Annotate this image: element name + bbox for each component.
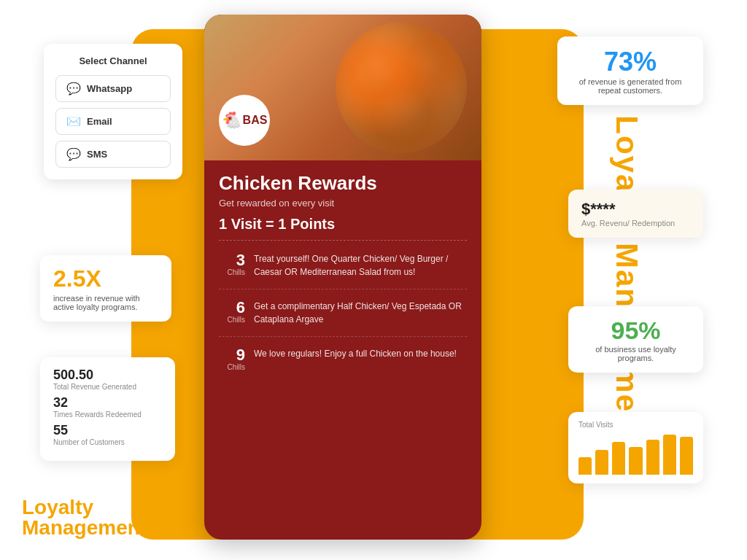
chart-bar (595, 450, 608, 475)
sms-label: SMS (87, 149, 107, 160)
reward-item-1: 3 Chills Treat yourself! One Quarter Chi… (219, 252, 467, 289)
stat-73-description: of revenue is generated from repeat cust… (570, 77, 690, 95)
rewards-redeemed-value: 32 (53, 395, 162, 411)
chart-bar (663, 435, 676, 475)
card-title: Chicken Rewards (219, 172, 467, 195)
chart-bar (578, 457, 592, 475)
stat-95-value: 95% (581, 316, 690, 345)
channel-widget: Select Channel 💬 Whatsapp ✉️ Email 💬 SMS (44, 44, 182, 179)
chart-bar (646, 440, 659, 475)
rewards-redeemed-label: Times Rewards Redeemed (53, 411, 162, 419)
email-button[interactable]: ✉️ Email (55, 108, 171, 135)
chills-badge-1: 3 Chills (219, 252, 245, 279)
email-icon: ✉️ (66, 114, 81, 128)
reward-text-1: Treat yourself! One Quarter Chicken/ Veg… (254, 252, 467, 279)
email-label: Email (87, 116, 112, 127)
stat-73-card: 73% of revenue is generated from repeat … (557, 36, 703, 105)
card-body: Chicken Rewards Get rewarded on every vi… (204, 160, 481, 403)
bottom-loyalty-title: Loyalty Management (22, 497, 147, 538)
whatsapp-label: Whatsapp (87, 83, 132, 94)
rewards-redeemed-line: 32 Times Rewards Redeemed (53, 395, 162, 419)
reward-item-2: 6 Chills Get a complimentary Half Chicke… (219, 300, 467, 337)
vertical-loyalty-text: Loyalty Management (608, 115, 643, 444)
avg-revenue-card: $**** Avg. Revenu/ Redemption (568, 190, 703, 238)
whatsapp-button[interactable]: 💬 Whatsapp (55, 75, 171, 102)
whatsapp-icon: 💬 (66, 82, 81, 96)
card-subtitle: Get rewarded on every visit (219, 198, 467, 209)
brand-logo: 🐔 BAS (219, 95, 270, 146)
chart-bar (612, 442, 625, 475)
chart-bar (629, 447, 642, 475)
reward-item-3: 9 Chills We love regulars! Enjoy a full … (219, 347, 467, 381)
bottom-line2: Management (22, 518, 147, 538)
total-revenue-value: 500.50 (53, 368, 162, 383)
customers-value: 55 (53, 423, 162, 438)
chart-bars (578, 435, 693, 475)
bottom-line1: Loyalty (22, 497, 147, 518)
chart-bar (680, 437, 693, 475)
reward-text-3: We love regulars! Enjoy a full Chicken o… (254, 347, 467, 371)
reward-text-2: Get a complimentary Half Chicken/ Veg Es… (254, 300, 467, 326)
avg-revenue-value: $**** (581, 200, 690, 219)
card-food-image: 🐔 BAS (204, 15, 481, 160)
sms-icon: 💬 (66, 147, 81, 161)
total-revenue-label: Total Revenue Generated (53, 383, 162, 391)
multiplier-stat-card: 2.5X increase in revenue with active loy… (40, 255, 171, 322)
revenue-stat-card: 500.50 Total Revenue Generated 32 Times … (40, 357, 175, 461)
chills-badge-3: 9 Chills (219, 347, 245, 371)
total-revenue-line: 500.50 Total Revenue Generated (53, 368, 162, 391)
chart-title: Total Visits (578, 421, 693, 429)
channel-title: Select Channel (55, 55, 171, 66)
vertical-text-container: Loyalty Management (703, 0, 747, 560)
stat-95-description: of business use loyalty programs. (581, 345, 690, 362)
multiplier-value: 2.5X (53, 265, 158, 292)
avg-revenue-label: Avg. Revenu/ Redemption (581, 219, 690, 228)
multiplier-description: increase in revenue with active loyalty … (53, 294, 158, 311)
sms-button[interactable]: 💬 SMS (55, 141, 171, 168)
stat-95-card: 95% of business use loyalty programs. (568, 306, 703, 373)
chills-badge-2: 6 Chills (219, 300, 245, 326)
chart-widget: Total Visits (568, 412, 703, 483)
loyalty-card: 🐔 BAS Chicken Rewards Get rewarded on ev… (204, 15, 481, 540)
food-photo (336, 22, 467, 153)
customers-line: 55 Number of Customers (53, 423, 162, 446)
customers-label: Number of Customers (53, 438, 162, 446)
stat-73-value: 73% (570, 47, 690, 77)
visit-points: 1 Visit = 1 Points (219, 216, 467, 241)
